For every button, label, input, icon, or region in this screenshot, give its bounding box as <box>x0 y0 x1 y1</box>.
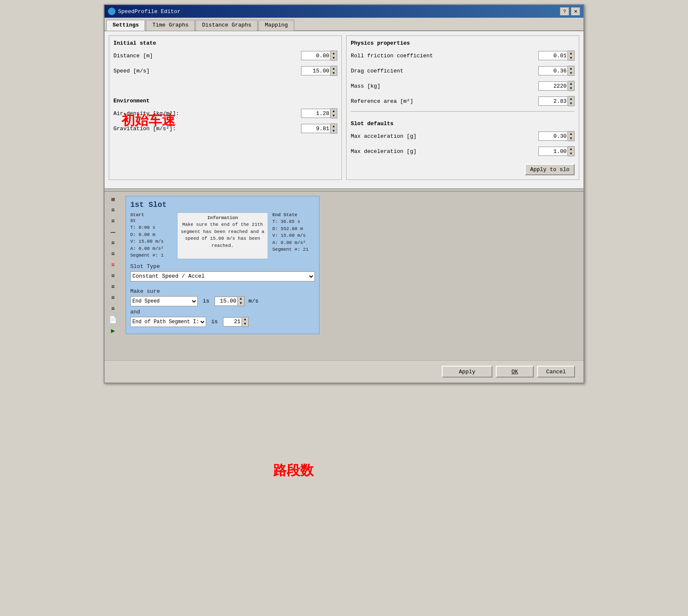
path-segment-select[interactable]: End of Path Segment I: Start of Path Seg… <box>130 317 206 327</box>
max-decel-spinner-btns: ▲ ▼ <box>568 146 575 156</box>
max-accel-row: Max acceleration [g] ▲ ▼ <box>351 131 575 141</box>
ref-area-up-btn[interactable]: ▲ <box>568 96 574 101</box>
max-accel-spinner: ▲ ▼ <box>538 131 575 141</box>
sidebar-icon-8[interactable]: ≡ <box>107 271 119 281</box>
sidebar-icon-7[interactable]: ≡ <box>107 260 119 270</box>
mass-up-btn[interactable]: ▲ <box>568 81 574 86</box>
title-bar-left: 🌐 SpeedProfile Editor <box>108 8 180 15</box>
ref-area-input[interactable] <box>538 96 568 106</box>
bottom-buttons: Apply OK Cancel <box>105 360 583 383</box>
speed-up-btn[interactable]: ▲ <box>331 66 337 71</box>
gravitation-row: Gravitation [m/s²]: ▲ ▼ <box>113 123 337 134</box>
slot-end-time: T: 36.85 s <box>272 218 315 225</box>
mass-input[interactable] <box>538 81 568 91</box>
mass-row: Mass [kg] ▲ ▼ <box>351 81 575 91</box>
sidebar-icon-12[interactable]: 📄 <box>107 315 119 325</box>
sidebar-icon-11[interactable]: ≡ <box>107 304 119 314</box>
speed-input[interactable] <box>301 66 331 75</box>
tab-time-graphs[interactable]: Time Graphs <box>146 20 195 31</box>
sidebar-icon-10[interactable]: ≡ <box>107 293 119 303</box>
slot-info-center: Information Make sure the end of the 21t… <box>177 212 268 259</box>
make-sure-field-select[interactable]: End Speed Start Speed Max Speed <box>130 296 198 306</box>
end-speed-up-btn[interactable]: ▲ <box>238 297 244 301</box>
drag-label: Drag coefficient <box>351 68 538 74</box>
close-button[interactable]: ✕ <box>571 7 580 16</box>
air-density-spinner: ▲ ▼ <box>301 108 337 118</box>
gravitation-up-btn[interactable]: ▲ <box>331 124 337 129</box>
distance-down-btn[interactable]: ▼ <box>331 56 337 60</box>
roll-friction-spinner-btns: ▲ ▼ <box>568 51 575 61</box>
drag-down-btn[interactable]: ▼ <box>568 71 574 75</box>
slot-box: 1st Slot Start St T: 0:00 s D: 0.00 m V:… <box>126 196 320 334</box>
slot-end-label: End State <box>272 212 315 217</box>
sidebar-icon-3[interactable]: ≡ <box>107 216 119 226</box>
ref-area-spinner: ▲ ▼ <box>538 96 575 106</box>
ref-area-row: Reference area [m²] ▲ ▼ <box>351 96 575 106</box>
is-label-1: is <box>203 298 210 304</box>
apply-button[interactable]: Apply <box>442 366 492 378</box>
tab-mapping[interactable]: Mapping <box>258 20 294 31</box>
max-accel-down-btn[interactable]: ▼ <box>568 136 574 141</box>
distance-up-btn[interactable]: ▲ <box>331 51 337 56</box>
end-speed-input[interactable] <box>215 297 238 306</box>
tab-distance-graphs[interactable]: Distance Graphs <box>196 20 258 31</box>
slot-start-distance: D: 0.00 m <box>130 231 173 238</box>
air-density-up-btn[interactable]: ▲ <box>331 109 337 113</box>
drag-input[interactable] <box>538 66 568 75</box>
sidebar-icon-2[interactable]: ≡ <box>107 205 119 215</box>
distance-input[interactable] <box>301 51 331 60</box>
max-decel-down-btn[interactable]: ▼ <box>568 151 574 156</box>
max-accel-input[interactable] <box>538 131 568 141</box>
air-density-down-btn[interactable]: ▼ <box>331 113 337 118</box>
max-decel-spinner: ▲ ▼ <box>538 146 575 156</box>
physics-title: Physics properties <box>351 40 575 46</box>
drag-up-btn[interactable]: ▲ <box>568 66 574 71</box>
roll-friction-input[interactable] <box>538 51 568 60</box>
max-decel-row: Max deceleration [g] ▲ ▼ <box>351 146 575 156</box>
mass-down-btn[interactable]: ▼ <box>568 86 574 91</box>
help-button[interactable]: ? <box>560 7 569 16</box>
max-accel-up-btn[interactable]: ▲ <box>568 131 574 136</box>
segment-down-btn[interactable]: ▼ <box>242 322 248 327</box>
apply-to-slo-button[interactable]: Apply to slo <box>525 164 575 175</box>
speed-down-btn[interactable]: ▼ <box>331 71 337 75</box>
slot-type-select[interactable]: Constant Speed / Accel Accelerate to Spe… <box>130 271 315 281</box>
slot-end-segment: Segment #: 21 <box>272 246 315 253</box>
roll-friction-down-btn[interactable]: ▼ <box>568 56 574 60</box>
gravitation-spinner-btns: ▲ ▼ <box>331 123 337 134</box>
segment-up-btn[interactable]: ▲ <box>242 317 248 322</box>
distance-spinner-btns: ▲ ▼ <box>331 51 337 61</box>
sidebar-icon-6[interactable]: ≡ <box>107 249 119 259</box>
segment-input[interactable] <box>223 317 242 327</box>
sidebar-icon-9[interactable]: ≡ <box>107 282 119 292</box>
air-density-input[interactable] <box>301 109 331 118</box>
settings-grid: Initial state Distance [m] ▲ ▼ Speed [ <box>109 35 579 180</box>
gravitation-input[interactable] <box>301 124 331 133</box>
roll-friction-up-btn[interactable]: ▲ <box>568 51 574 56</box>
sidebar-icon-13[interactable]: ▶ <box>107 326 119 336</box>
gravitation-label: Gravitation [m/s²]: <box>113 126 301 132</box>
max-decel-input[interactable] <box>538 147 568 156</box>
gravitation-spinner: ▲ ▼ <box>301 123 337 134</box>
title-bar-controls: ? ✕ <box>560 7 580 16</box>
slot-start-col: Start St T: 0:00 s D: 0.00 m V: 15.00 m/… <box>130 212 173 259</box>
ref-area-down-btn[interactable]: ▼ <box>568 101 574 106</box>
mass-spinner-btns: ▲ ▼ <box>568 81 575 91</box>
make-sure-row-1: End Speed Start Speed Max Speed is ▲ ▼ m… <box>130 296 315 306</box>
slot-info-row: Start St T: 0:00 s D: 0.00 m V: 15.00 m/… <box>130 212 315 259</box>
settings-right: Physics properties Roll friction coeffic… <box>346 35 579 180</box>
ok-button[interactable]: OK <box>496 366 534 378</box>
mass-spinner: ▲ ▼ <box>538 81 575 91</box>
cancel-button[interactable]: Cancel <box>537 366 575 378</box>
end-speed-down-btn[interactable]: ▼ <box>238 301 244 306</box>
gravitation-down-btn[interactable]: ▼ <box>331 129 337 133</box>
tab-settings[interactable]: Settings <box>106 20 145 31</box>
sidebar-icon-5[interactable]: ≡ <box>107 238 119 248</box>
sidebar-icon-4[interactable]: — <box>107 227 119 237</box>
end-speed-spinner: ▲ ▼ <box>215 296 245 306</box>
slot-panel: 路段数 1st Slot Start St T: 0:00 s D: 0.00 … <box>121 192 583 360</box>
air-density-label: Air density [kg/m³]: <box>113 110 301 117</box>
slot-type-label: Slot Type <box>130 263 315 270</box>
sidebar-icon-1[interactable]: ⊞ <box>107 194 119 204</box>
max-decel-up-btn[interactable]: ▲ <box>568 147 574 151</box>
